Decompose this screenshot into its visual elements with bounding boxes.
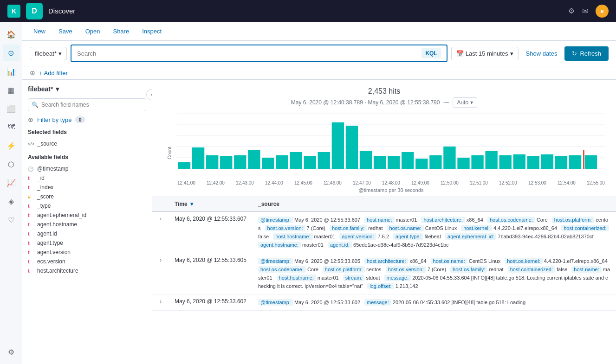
- svg-rect-42: [585, 155, 597, 169]
- nav-ml[interactable]: ⚡: [3, 137, 19, 154]
- nav-settings[interactable]: ⚙: [3, 344, 19, 360]
- field-item[interactable]: tagent.hostname: [28, 220, 146, 229]
- user-avatar[interactable]: e: [596, 5, 609, 18]
- field-tag: log.offset:: [367, 283, 394, 289]
- field-item[interactable]: tagent.id: [28, 229, 146, 238]
- filter-bar: ⊕ + Add filter: [22, 66, 616, 80]
- field-type-t-icon: t: [28, 240, 34, 246]
- new-button[interactable]: New: [30, 26, 49, 37]
- field-item[interactable]: t_type: [28, 201, 146, 211]
- field-tag: @timestamp:: [258, 258, 293, 264]
- chevron-down-icon: ▾: [58, 50, 62, 57]
- time-range-selector[interactable]: 📅 Last 15 minutes ▾: [451, 47, 519, 60]
- index-pattern-selector[interactable]: filebeat* ▾: [30, 47, 67, 60]
- svg-rect-17: [248, 150, 260, 169]
- kibana-logo[interactable]: K: [7, 5, 20, 18]
- field-item[interactable]: tagent.ephemeral_id: [28, 211, 146, 220]
- field-item[interactable]: 🕐@timestamp: [28, 164, 146, 173]
- nav-visualize[interactable]: 📊: [3, 63, 19, 80]
- field-type-hash-icon: #: [28, 194, 34, 199]
- nav-maps[interactable]: 🗺: [3, 119, 19, 135]
- selected-fields-list: </> _source: [28, 139, 146, 148]
- nav-canvas[interactable]: ⬜: [3, 100, 19, 117]
- refresh-button[interactable]: ↻ Refresh: [564, 46, 609, 61]
- field-type-t-icon: t: [28, 222, 34, 227]
- field-tag: host.architecture:: [364, 258, 408, 264]
- nav-graph[interactable]: ⬡: [3, 156, 19, 172]
- svg-rect-24: [346, 126, 358, 169]
- nav-monitoring[interactable]: 📈: [3, 174, 19, 191]
- field-value: 7 (Core): [307, 225, 327, 231]
- field-item[interactable]: t_index: [28, 183, 146, 192]
- field-value: redhat: [489, 267, 505, 272]
- field-type-t-icon: t: [28, 203, 34, 209]
- field-value: 7.6.2: [378, 234, 391, 239]
- save-button[interactable]: Save: [55, 26, 76, 37]
- field-item[interactable]: #_score: [28, 192, 146, 201]
- chart-wrapper: Count 0 50 100: [177, 113, 605, 193]
- field-item[interactable]: tagent.version: [28, 248, 146, 257]
- field-item[interactable]: thost.architecture: [28, 266, 146, 275]
- field-tag: host.os.platform:: [323, 266, 365, 273]
- collapse-sidebar-button[interactable]: ‹: [146, 89, 152, 100]
- nav-uptime[interactable]: ♡: [3, 211, 19, 228]
- field-name: agent.ephemeral_id: [37, 212, 86, 218]
- filter-icon[interactable]: ⊕: [30, 69, 35, 77]
- svg-rect-26: [374, 156, 386, 169]
- field-item[interactable]: t_id: [28, 173, 146, 183]
- field-tag: agent.id:: [328, 242, 352, 248]
- field-tag: agent.ephemeral_id:: [445, 233, 496, 240]
- nav-apm[interactable]: ◈: [3, 193, 19, 210]
- filter-by-type[interactable]: ⊕ Filter by type 0: [28, 116, 146, 123]
- field-value: filebeat: [425, 234, 443, 239]
- settings-icon[interactable]: ⚙: [568, 6, 575, 15]
- field-name: agent.type: [37, 240, 63, 246]
- nav-home[interactable]: 🏠: [3, 26, 19, 43]
- field-tag: host.os.kernel:: [505, 258, 543, 264]
- share-button[interactable]: Share: [109, 26, 133, 37]
- open-button[interactable]: Open: [82, 26, 104, 37]
- data-table: Time ▾ _source ›May 6, 2020 @ 12:55:33.6…: [152, 197, 616, 311]
- svg-rect-20: [290, 152, 302, 169]
- search-field-input[interactable]: [28, 98, 146, 111]
- field-item[interactable]: tecs.version: [28, 257, 146, 266]
- field-type-t-icon: t: [28, 259, 34, 264]
- app-icon[interactable]: D: [26, 3, 43, 19]
- search-input[interactable]: [77, 50, 421, 57]
- search-bar: filebeat* ▾ KQL 📅 Last 15 minutes ▾ Show…: [22, 41, 616, 66]
- field-tag: agent.hostname:: [258, 242, 301, 248]
- nav-discover[interactable]: ⊙: [3, 45, 19, 61]
- kql-badge[interactable]: KQL: [421, 48, 441, 58]
- expand-row-button[interactable]: ›: [158, 257, 163, 263]
- mail-icon[interactable]: ✉: [582, 6, 588, 15]
- svg-rect-32: [457, 158, 469, 169]
- auto-select[interactable]: Auto ▾: [453, 97, 477, 108]
- index-pattern-header[interactable]: filebeat* ▾: [28, 85, 146, 93]
- source-cell: @timestamp:May 6, 2020 @ 12:55:33.607 ho…: [253, 211, 616, 253]
- selected-fields-title: Selected fields: [28, 129, 146, 135]
- svg-rect-40: [569, 155, 581, 169]
- field-name: _source: [37, 140, 57, 147]
- svg-rect-28: [402, 152, 414, 169]
- field-type-t-icon: t: [28, 268, 34, 274]
- field-value: 2020-05-06 04:55:33.602 [INFO][48] table…: [393, 300, 525, 305]
- svg-rect-13: [192, 147, 204, 169]
- table-row: ›May 6, 2020 @ 12:55:33.602@timestamp:Ma…: [152, 294, 616, 311]
- left-nav: 🏠 ⊙ 📊 ▦ ⬜ 🗺 ⚡ ⬡ 📈 ◈ ♡ ⚙: [0, 22, 22, 364]
- histogram-svg: 0 50 100 150 200 250: [177, 113, 605, 178]
- field-tag: host.containerized:: [561, 225, 609, 231]
- field-item[interactable]: </> _source: [28, 139, 146, 148]
- inspect-button[interactable]: Inspect: [138, 26, 165, 37]
- expand-row-button[interactable]: ›: [158, 298, 163, 305]
- nav-dashboard[interactable]: ▦: [3, 82, 19, 98]
- field-tag: host.os.version:: [386, 266, 426, 273]
- time-column-header[interactable]: Time ▾: [169, 197, 253, 211]
- field-value: May 6, 2020 @ 12:55:33.602: [294, 300, 362, 305]
- show-dates-button[interactable]: Show dates: [522, 48, 561, 59]
- histogram-subtitle: May 6, 2020 @ 12:40:38.789 - May 6, 2020…: [163, 97, 605, 108]
- field-type-t-icon: t: [28, 175, 34, 181]
- field-tag: host.os.family:: [330, 225, 367, 231]
- field-item[interactable]: tagent.type: [28, 238, 146, 248]
- add-filter-button[interactable]: + Add filter: [39, 70, 68, 77]
- expand-row-button[interactable]: ›: [158, 216, 163, 222]
